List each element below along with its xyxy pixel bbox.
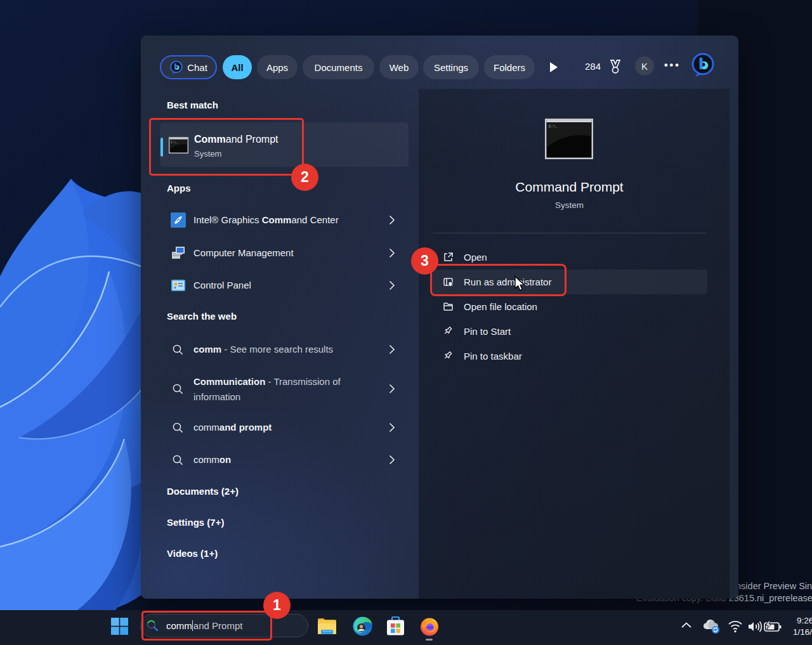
- svg-text:C:\_: C:\_: [549, 124, 558, 129]
